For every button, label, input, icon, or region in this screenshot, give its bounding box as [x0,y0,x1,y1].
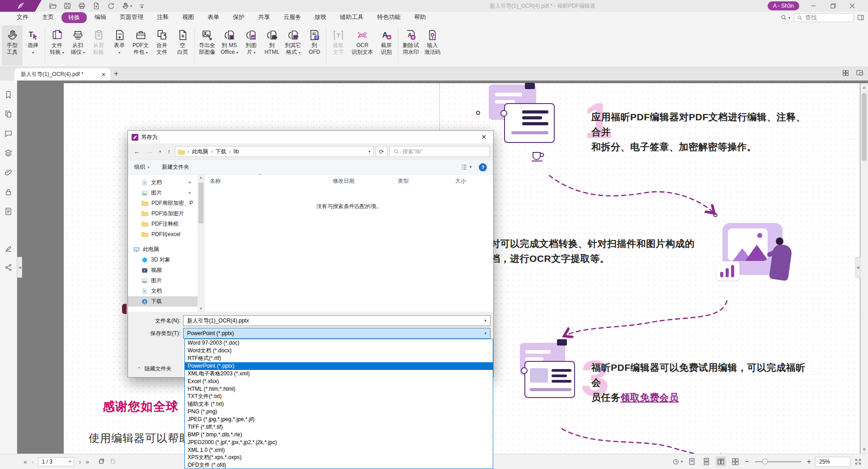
type-option-3[interactable]: RTF格式(*.rtf) [185,355,493,362]
ribbon-button-enter-activation[interactable]: 输入激活码 [421,25,443,66]
nav-back-icon[interactable]: ← [132,148,142,155]
save-type-dropdown-list[interactable]: Word 97-2003 (*.doc)Word文档 (*.docx)RTF格式… [184,339,493,469]
float-window-icon[interactable] [856,69,863,77]
print-icon[interactable] [78,2,86,10]
signature-icon[interactable] [4,244,13,252]
menu-item-6[interactable]: 注释 [151,12,175,23]
last-page-icon[interactable]: » [85,458,89,465]
ribbon-button-to-office[interactable]: O到 MSOffice ▾ [218,25,241,66]
tab-close-icon[interactable]: ✕ [101,71,106,78]
document-tab[interactable]: 新人引导(1)_OCR(4).pdf * ✕ [14,68,110,81]
type-option-4[interactable]: PowerPoint (*.pptx) [185,362,493,370]
ribbon-button-blank-page[interactable]: 空白页 [172,25,193,66]
ribbon-button-convert-files[interactable]: 文件转换 ▾ [47,25,67,66]
menu-item-14[interactable]: 特色功能 [371,12,406,23]
type-option-16[interactable]: XPS文档(*.xps,*.oxps) [185,454,493,461]
previous-page-icon[interactable]: ‹ [32,458,34,465]
collapse-ribbon-icon[interactable] [857,14,864,21]
filename-input[interactable]: 新人引导(1)_OCR(4).pptx ▾ [183,315,491,326]
breadcrumb-segment[interactable]: 此电脑 [192,148,208,156]
type-option-2[interactable]: Word文档 (*.docx) [185,347,493,355]
claim-free-membership-link[interactable]: 领取免费会员 [621,392,679,403]
bookmark-icon[interactable] [4,90,13,99]
ribbon-button-scanner[interactable]: 从扫描仪 ▾ [67,25,88,66]
nav-forward-icon[interactable]: → [144,148,155,155]
next-view-icon[interactable] [109,458,117,465]
single-page-view-icon[interactable] [687,456,697,467]
facing-continuous-view-icon[interactable] [730,456,741,467]
ribbon-button-screen-ocr[interactable]: A截屏识别 [376,25,396,66]
tree-item-6[interactable]: PDF转excel [128,229,198,240]
redo-icon[interactable] [107,2,115,10]
grid-view-icon[interactable] [842,69,849,77]
organize-button[interactable]: 组织 ▼ [134,163,150,171]
fullscreen-icon[interactable] [854,458,862,465]
menu-item-12[interactable]: 放映 [309,12,332,23]
menu-item-13[interactable]: 辅助工具 [334,12,369,23]
menu-item-5[interactable]: 页面管理 [114,12,149,23]
restore-button[interactable] [826,0,841,12]
tree-scrollbar[interactable]: ▲ ▼ [198,175,204,312]
zoom-out-icon[interactable]: − [745,458,749,466]
zoom-slider-knob[interactable] [762,459,768,464]
address-dropdown-caret[interactable]: ▾ [368,149,371,154]
tree-item-10[interactable]: 图片 [128,275,198,286]
type-option-15[interactable]: XML 1.0 (*.xml) [185,446,493,454]
menu-item-15[interactable]: 帮助 [408,12,432,23]
next-page-icon[interactable]: › [79,458,81,465]
column-header-1[interactable]: 名称 [206,176,329,186]
type-option-8[interactable]: TXT文件(*.txt) [185,393,493,400]
type-option-9[interactable]: 辅助文本 (*.txt) [185,400,493,408]
breadcrumb-segment[interactable]: 下载 [216,148,226,156]
menu-item-7[interactable]: 视图 [176,12,200,23]
reading-timer-icon[interactable]: ▾ [672,458,683,465]
find-replace-icon[interactable]: ▾ [780,14,790,21]
facing-view-icon[interactable] [716,456,726,467]
ribbon-button-portfolio[interactable]: PDF文件包 ▾ [130,25,151,66]
menu-item-10[interactable]: 共享 [252,12,276,23]
tree-scroll-down-icon[interactable]: ▼ [198,307,204,311]
menu-item-11[interactable]: 云服务 [278,12,307,23]
save-icon[interactable] [63,2,71,10]
find-input[interactable]: 查找 [794,13,854,22]
tree-item-5[interactable]: PDF注释框 [128,219,198,229]
type-option-1[interactable]: Word 97-2003 (*.doc) [185,339,493,347]
zoom-percentage-box[interactable]: 25% [815,457,850,467]
tree-item-4[interactable]: PDF添加图片 [128,208,198,219]
add-page-icon[interactable] [92,2,100,10]
ribbon-button-ocr[interactable]: OCR识别文本 [349,25,376,66]
menu-item-2[interactable]: 主页 [36,12,60,23]
column-header-2[interactable]: 修改日期 [329,176,394,186]
tree-item-2[interactable]: 图片✦ [128,188,198,198]
standards-icon[interactable] [4,207,13,216]
tree-item-7[interactable]: 此电脑 [128,244,198,255]
address-breadcrumb[interactable]: ›此电脑›下载›lib ▾ [175,146,374,157]
ribbon-button-export-images[interactable]: 导出全部图像 [196,25,218,66]
scrollbar-thumb[interactable] [862,93,867,161]
ribbon-button-combine[interactable]: 合并文件 [151,25,172,66]
type-option-13[interactable]: BMP (*.bmp,*.dib,*.rle) [185,431,493,439]
tree-item-3[interactable]: PDF局部加密、P [128,198,198,208]
page-number-box[interactable]: 1 / 3 ▾ [38,457,74,466]
share-icon[interactable] [4,263,13,272]
scroll-down-icon[interactable]: ▼ [860,447,868,452]
file-list[interactable]: 名称修改日期类型大小 ⌃ 没有与搜索条件匹配的项。 [205,175,493,312]
new-tab-button[interactable]: + [114,69,118,78]
type-option-14[interactable]: JPEG2000 (*.jpf,*.jpx,*.jp2,*.j2k,*.jpc) [185,439,493,446]
hand-tool-quick-icon[interactable]: ▾ [121,2,132,10]
filename-history-caret[interactable]: ▾ [484,318,486,323]
scroll-up-icon[interactable]: ▲ [860,85,868,90]
type-option-7[interactable]: HTML (*.htm;*.html) [185,385,493,393]
ribbon-button-to-other[interactable]: ⋯到其它格式 ▾ [282,25,304,66]
dialog-title-bar[interactable]: 另存为 [128,131,493,143]
ribbon-button-select[interactable]: T选择▾ [23,25,43,66]
view-mode-icon[interactable]: ▼ [461,164,472,171]
vertical-scrollbar[interactable]: ▲ ▼ [860,83,868,454]
tree-item-12[interactable]: 下载 [128,296,198,307]
help-icon[interactable]: ? [479,163,487,171]
tree-scroll-up-icon[interactable]: ▲ [198,175,204,180]
previous-view-icon[interactable] [97,458,105,465]
ribbon-button-to-html[interactable]: </>到HTML [261,25,282,66]
type-option-17[interactable]: OFD文件 (*.ofd) [185,461,493,469]
ribbon-button-remove-watermark[interactable]: A删除试用水印 [400,25,421,66]
